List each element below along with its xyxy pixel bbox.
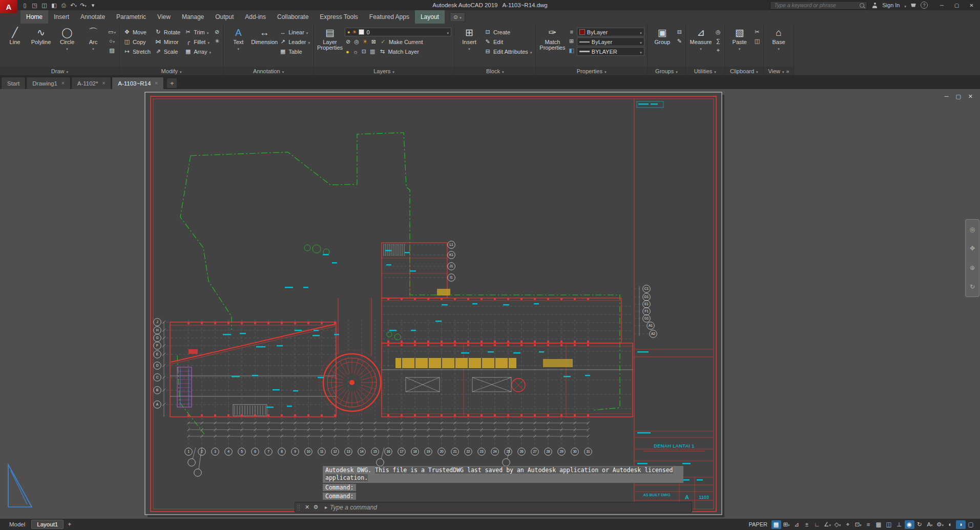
hatch-button[interactable]: ▨ (107, 46, 117, 54)
restore-button[interactable]: ▢ (949, 0, 964, 10)
redo-icon[interactable]: ↷ (79, 1, 88, 9)
selection-cycling-icon[interactable]: ◫ (884, 520, 894, 529)
property-list-icon[interactable]: ≡ (568, 28, 575, 36)
ribbon-tab-output[interactable]: Output (210, 10, 239, 24)
sign-in-caret-icon[interactable] (904, 1, 906, 10)
id-point-icon[interactable]: ⌖ (715, 46, 722, 54)
file-tab-start[interactable]: Start (1, 77, 26, 89)
table-button[interactable]: ▦Table (278, 47, 311, 56)
ribbon-tab-layout[interactable]: Layout (415, 10, 445, 24)
property-settings-icon[interactable]: ⊞ (568, 37, 575, 45)
panel-label-block[interactable]: Block (454, 67, 535, 75)
linetype-dropdown[interactable]: ByLayer (577, 37, 644, 46)
ribbon-tab-annotate[interactable]: Annotate (75, 10, 111, 24)
doc-restore-icon[interactable]: ▢ (955, 93, 961, 100)
layer-properties-button[interactable]: ▤Layer Properties (317, 25, 343, 67)
ribbon-tab-featured-apps[interactable]: Featured Apps (364, 10, 415, 24)
workspace-icon[interactable]: ⚙ (935, 520, 945, 529)
measure-button[interactable]: ⊿Measure (689, 25, 713, 67)
group-button[interactable]: ▣Group (650, 25, 675, 67)
panel-label-annotation[interactable]: Annotation (223, 67, 314, 75)
panel-label-utilities[interactable]: Utilities (686, 67, 724, 75)
grid-icon[interactable]: ▦ (772, 520, 781, 529)
cut-icon[interactable]: ✂ (754, 28, 761, 36)
explode-button[interactable]: ✳ (214, 37, 220, 45)
annotation-scale-icon[interactable]: A (925, 520, 935, 529)
new-tab-button[interactable]: + (167, 78, 177, 88)
zoom-icon[interactable]: ⊕ (970, 264, 975, 271)
search-icon[interactable] (860, 3, 864, 8)
lineweight-dropdown[interactable]: BYLAYER (577, 47, 644, 56)
panel-label-groups[interactable]: Groups (648, 67, 685, 75)
dimension-button[interactable]: ↔Dimension (252, 25, 277, 67)
layer-walk-icon[interactable]: ▥ (369, 48, 376, 56)
osnap-icon[interactable]: ⊡ (853, 520, 863, 529)
panel-label-draw[interactable]: Draw (0, 67, 119, 75)
command-line-bar[interactable]: ✕ ⚙ ▸ Type a command (295, 502, 692, 513)
rectangle-button[interactable]: ▭ (107, 28, 117, 36)
save-as-icon[interactable]: ◧ (50, 1, 58, 9)
new-layout-button[interactable]: + (65, 521, 74, 528)
undo-icon[interactable]: ↶ (69, 1, 78, 9)
layer-dropdown[interactable]: ● ☀ 0 (345, 28, 451, 36)
trim-button[interactable]: ✂Trim (183, 28, 212, 36)
osnap-tracking-icon[interactable]: ⌖ (843, 520, 853, 529)
minimize-button[interactable]: ─ (934, 0, 949, 10)
qat-menu-icon[interactable]: ▾ (89, 1, 97, 9)
navigation-bar[interactable]: ◎ ✥ ⊕ ↻ (965, 219, 979, 297)
panel-label-modify[interactable]: Modify (120, 67, 223, 75)
file-tab-a-1102-[interactable]: A-1102*× (71, 77, 112, 89)
edit-block-button[interactable]: ✎Edit (483, 37, 533, 46)
panel-label-properties[interactable]: Properties (536, 67, 647, 75)
leader-button[interactable]: ↗Leader (278, 37, 311, 46)
app-store-cart-icon[interactable] (911, 4, 916, 7)
move-button[interactable]: ✥Move (122, 28, 152, 36)
autoscale-icon[interactable]: ↻ (915, 520, 925, 529)
object-color-dropdown[interactable]: ByLayer (577, 28, 644, 36)
file-tab-a-1103-r14[interactable]: A-1103~R14× (112, 77, 164, 89)
text-button[interactable]: AText (226, 25, 251, 67)
mirror-button[interactable]: ⋈Mirror (154, 37, 181, 46)
group-edit-icon[interactable]: ✎ (676, 37, 683, 45)
graphics-performance-icon[interactable]: ◑ (956, 520, 966, 529)
ribbon-tab-view[interactable]: View (152, 10, 176, 24)
help-search-box[interactable] (770, 1, 867, 10)
array-button[interactable]: ▦Array (183, 47, 212, 56)
layer-on-icon[interactable]: ● (345, 48, 350, 56)
erase-button[interactable]: ⊘ (214, 28, 220, 36)
layer-isolate-icon[interactable]: ◎ (353, 38, 360, 46)
dynamic-input-icon[interactable]: ± (802, 520, 812, 529)
account-person-icon[interactable] (872, 3, 878, 8)
create-block-button[interactable]: ⊡Create (483, 28, 533, 36)
close-button[interactable]: ✕ (964, 0, 979, 10)
layer-thaw-icon[interactable]: ☼ (352, 48, 359, 56)
layer-lock-icon[interactable]: ⊠ (370, 38, 377, 46)
ribbon-tab-home[interactable]: Home (20, 10, 48, 24)
ribbon-tab-manage[interactable]: Manage (176, 10, 210, 24)
command-wrench-icon[interactable]: ⚙ (311, 504, 320, 511)
new-file-icon[interactable]: ▯ (20, 1, 29, 9)
match-layer-button[interactable]: ⇆Match Layer (378, 47, 420, 56)
tab-close-icon[interactable]: × (61, 80, 65, 86)
steering-wheel-icon[interactable]: ◎ (970, 226, 975, 233)
make-current-button[interactable]: ✓Make Current (379, 37, 424, 46)
infer-constraints-icon[interactable]: ⊿ (792, 520, 802, 529)
snap-icon[interactable]: ⊞ (782, 520, 791, 529)
open-icon[interactable]: ◳ (30, 1, 39, 9)
ribbon-tab-collaborate[interactable]: Collaborate (272, 10, 314, 24)
layer-on-bulb-icon[interactable]: ● (347, 30, 350, 35)
circle-button[interactable]: ◯Circle (55, 25, 79, 67)
scale-button[interactable]: ⇗Scale (154, 47, 181, 56)
layer-freeze-tool-icon[interactable]: ☀ (362, 38, 369, 46)
panel-label-layers[interactable]: Layers (314, 67, 454, 75)
lineweight-icon[interactable]: ≡ (864, 520, 873, 529)
ribbon-tab-add-ins[interactable]: Add-ins (239, 10, 272, 24)
panel-label-clipboard[interactable]: Clipboard (725, 67, 763, 75)
ortho-icon[interactable]: ∟ (812, 520, 822, 529)
save-icon[interactable]: ◫ (40, 1, 49, 9)
paste-button[interactable]: ▧Paste (727, 25, 752, 67)
layout1-tab[interactable]: Layout1 (31, 520, 64, 529)
rotate-button[interactable]: ↻Rotate (154, 28, 181, 36)
isodraft-icon[interactable]: ◇ (833, 520, 843, 529)
ungroup-icon[interactable]: ⊟ (676, 28, 683, 36)
